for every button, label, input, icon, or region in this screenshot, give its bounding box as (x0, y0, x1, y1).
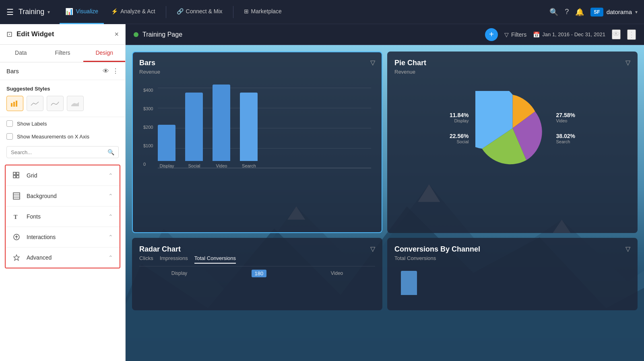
suggested-styles-section: Suggested Styles (0, 80, 125, 117)
tab-filters[interactable]: Filters (42, 45, 84, 62)
nav-connect[interactable]: 🔗 Connect & Mix (171, 0, 228, 24)
sidebar-title: Edit Widget (17, 30, 114, 38)
svg-text:T: T (14, 214, 18, 220)
show-measurements-row[interactable]: Show Measurements on X Axis (0, 130, 125, 143)
social-pct: 22.56% (450, 133, 469, 139)
nav-marketplace[interactable]: ⊞ Marketplace (238, 0, 287, 24)
top-navigation: ☰ Training ▾ 📊 Visualize ⚡ Analyze & Act… (0, 0, 644, 24)
radar-chart-widget[interactable]: ▽ Radar Chart Clicks Impressions Total C… (132, 238, 382, 310)
accordion-background-label: Background (27, 193, 108, 199)
user-avatar[interactable]: SF datorama ▾ (590, 8, 638, 17)
search-button[interactable]: 🔍 (549, 8, 558, 17)
nav-divider-2 (233, 6, 233, 18)
display-pct: 11.84% (450, 112, 469, 118)
accordion-fonts[interactable]: T Fonts ⌃ (6, 206, 120, 227)
bar-social-rect (185, 93, 203, 161)
sidebar-tabs: Data Filters Design (0, 45, 125, 62)
nav-right-section: 🔍 ? 🔔 SF datorama ▾ (549, 8, 638, 17)
widget-label: Bars (6, 68, 99, 74)
accordion-background[interactable]: Background ⌃ (6, 186, 120, 206)
dashboard-grid: ▽ Bars Revenue $400 $300 $200 $100 0 (126, 45, 644, 361)
tab-impressions[interactable]: Impressions (160, 255, 188, 264)
nav-analyze[interactable]: ⚡ Analyze & Act (105, 0, 161, 24)
pie-legend-display: 11.84% Display (450, 112, 469, 123)
accordion-interactions[interactable]: Interactions ⌃ (6, 227, 120, 248)
add-widget-button[interactable]: + (485, 28, 498, 41)
radar-tabs: Clicks Impressions Total Conversions (139, 255, 375, 266)
analyze-icon: ⚡ (111, 8, 118, 14)
date-range-button[interactable]: 📅 Jan 1, 2016 - Dec 31, 2021 (533, 31, 605, 38)
video-pct: 27.58% (556, 112, 575, 118)
bars-widget[interactable]: ▽ Bars Revenue $400 $300 $200 $100 0 (132, 52, 382, 233)
pie-legend-left: 11.84% Display 22.56% Social (450, 112, 469, 144)
accordion-advanced[interactable]: Advanced ⌃ (6, 248, 120, 268)
visibility-icon[interactable]: 👁 (103, 68, 109, 75)
svg-rect-0 (11, 103, 12, 107)
nav-connect-label: Connect & Mix (186, 8, 223, 14)
style-wave[interactable] (47, 96, 64, 111)
radar-title: Radar Chart (139, 245, 375, 254)
style-area[interactable] (67, 96, 84, 111)
y-label-200: $200 (143, 125, 153, 130)
tab-clicks[interactable]: Clicks (139, 255, 153, 264)
tab-total-conversions[interactable]: Total Conversions (194, 255, 236, 264)
svg-rect-7 (17, 172, 19, 175)
content-area: Training Page + ▽ Filters 📅 Jan 1, 2016 … (126, 24, 644, 361)
filters-label: Filters (511, 31, 526, 38)
show-measurements-checkbox[interactable] (6, 133, 13, 140)
accordion-grid[interactable]: Grid ⌃ (6, 165, 120, 186)
bar-display: Display (158, 125, 175, 168)
filters-button[interactable]: ▽ Filters (504, 31, 526, 38)
background-chevron-icon: ⌃ (108, 193, 113, 199)
nav-divider-1 (166, 6, 166, 18)
pie-filter-icon[interactable]: ▽ (625, 59, 630, 66)
radar-filter-icon[interactable]: ▽ (370, 245, 375, 253)
radar-label-display: Display (171, 270, 187, 276)
bar-video: Video (213, 85, 230, 168)
brand-name: datorama (607, 8, 632, 15)
background-icon (12, 192, 21, 200)
radar-bottom-labels: Display 180 Video (139, 270, 375, 277)
radar-value-180: 180 (252, 270, 267, 277)
conversions-filter-icon[interactable]: ▽ (625, 245, 630, 253)
app-title: Training (19, 8, 44, 16)
show-labels-checkbox[interactable] (6, 120, 13, 127)
bar-search-label: Search (242, 163, 256, 168)
calendar-icon: 📅 (533, 31, 540, 38)
pie-chart-widget[interactable]: ▽ Pie Chart Revenue 11.84% Display 22.5 (387, 52, 638, 233)
notifications-button[interactable]: 🔔 (575, 8, 584, 17)
show-labels-row[interactable]: Show Labels (0, 117, 125, 130)
page-header-actions: + ▽ Filters 📅 Jan 1, 2016 - Dec 31, 2021… (485, 28, 636, 41)
tab-data[interactable]: Data (0, 45, 42, 62)
bars-subtitle: Revenue (139, 69, 375, 75)
y-label-400: $400 (143, 88, 153, 93)
svg-rect-1 (13, 102, 15, 107)
nav-visualize[interactable]: 📊 Visualize (60, 0, 104, 24)
tab-design[interactable]: Design (83, 45, 125, 62)
style-bars[interactable] (6, 96, 23, 111)
style-options (6, 96, 119, 111)
bar-social-label: Social (188, 163, 200, 168)
more-options-icon[interactable]: ⋮ (112, 67, 119, 75)
dashboard: ▽ Bars Revenue $400 $300 $200 $100 0 (126, 45, 644, 361)
page-status-dot (134, 32, 138, 37)
bars-filter-icon[interactable]: ▽ (370, 59, 375, 66)
close-button[interactable]: × (114, 30, 119, 39)
style-lines[interactable] (27, 96, 43, 111)
help-button[interactable]: ? (565, 8, 569, 16)
show-measurements-label: Show Measurements on X Axis (17, 134, 89, 140)
visibility-toggle-button[interactable]: 👁 (612, 29, 621, 39)
show-labels-label: Show Labels (17, 121, 47, 127)
widget-label-row: Bars 👁 ⋮ (0, 62, 125, 80)
title-dropdown-icon[interactable]: ▾ (47, 9, 50, 15)
date-range-label: Jan 1, 2016 - Dec 31, 2021 (542, 31, 605, 37)
conversions-widget[interactable]: ▽ Conversions By Channel Total Conversio… (387, 238, 638, 310)
y-label-0: 0 (143, 162, 153, 167)
conversions-subtitle: Total Conversions (394, 255, 630, 261)
bar-video-rect (213, 85, 230, 161)
accordion-interactions-label: Interactions (27, 234, 108, 240)
hamburger-icon[interactable]: ☰ (6, 7, 14, 17)
advanced-icon (12, 253, 21, 262)
search-input[interactable] (11, 149, 107, 155)
page-options-button[interactable]: ⋮ (627, 29, 636, 40)
